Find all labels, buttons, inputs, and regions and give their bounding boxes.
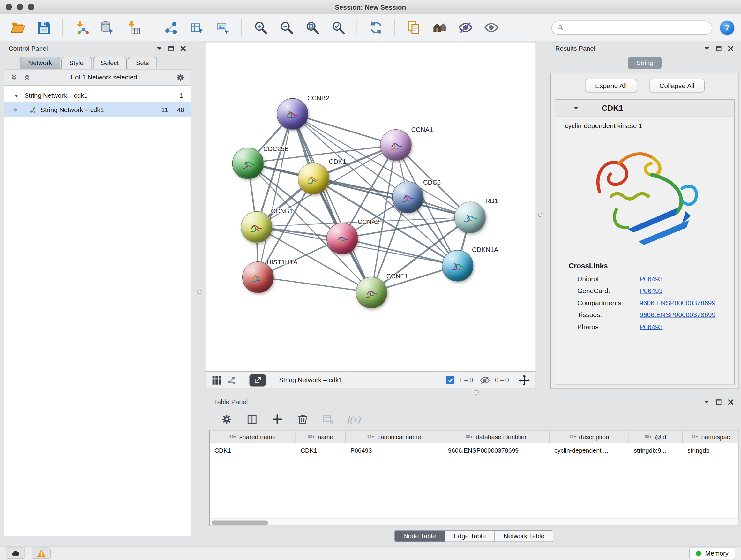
network-edge[interactable] (258, 114, 293, 277)
network-node-RB1[interactable] (455, 202, 486, 233)
collapse-gene-icon[interactable] (572, 105, 580, 112)
minimize-window-button[interactable] (17, 4, 23, 10)
network-node-CCNB2[interactable] (277, 98, 308, 130)
import-network-from-database-button[interactable] (96, 17, 118, 38)
new-network-button[interactable] (160, 17, 182, 38)
column-menu-icon[interactable] (308, 434, 314, 440)
zoom-fit-button[interactable] (301, 17, 323, 38)
network-node-CCNB1[interactable] (241, 211, 273, 243)
network-overview-icon[interactable] (226, 375, 237, 385)
panel-menu-icon[interactable] (703, 45, 711, 52)
tab-network[interactable]: Network (20, 57, 60, 69)
zoom-selected-button[interactable] (327, 17, 349, 38)
network-node-CDC25B[interactable] (232, 147, 264, 179)
collapse-all-button[interactable]: Collapse All (650, 79, 704, 92)
home-button[interactable] (428, 17, 451, 38)
table-cell[interactable]: CDK1 (296, 443, 346, 457)
hidden-items-icon[interactable] (480, 375, 490, 385)
crosslink-value-link[interactable]: P06493 (639, 322, 663, 330)
tab-select[interactable]: Select (92, 57, 127, 69)
maximize-window-button[interactable] (28, 4, 34, 10)
table-cell[interactable]: cyclin-dependent ... (549, 443, 629, 457)
column-menu-icon[interactable] (466, 434, 472, 440)
float-panel-icon[interactable] (715, 398, 723, 406)
column-header-name[interactable]: name (296, 431, 346, 443)
memory-button[interactable]: Memory (689, 547, 735, 559)
tab-node-table[interactable]: Node Table (394, 530, 445, 542)
search-field[interactable] (551, 20, 712, 35)
show-selection-button[interactable] (480, 17, 502, 38)
table-cell[interactable]: stringdb (683, 443, 739, 457)
network-collection-row[interactable]: ▼ String Network – cdk1 1 (4, 88, 191, 103)
close-window-button[interactable] (6, 4, 12, 10)
duplicate-page-button[interactable] (403, 17, 425, 38)
column-menu-icon[interactable] (229, 434, 236, 440)
float-panel-icon[interactable] (715, 45, 723, 52)
open-session-button[interactable] (7, 17, 29, 38)
float-panel-icon[interactable] (167, 45, 175, 52)
network-node-CDK1[interactable] (298, 163, 329, 194)
expander-icon[interactable]: ▼ (14, 92, 21, 98)
column-header-namespac[interactable]: namespac (683, 431, 739, 443)
selected-nodes-checkbox[interactable] (446, 376, 455, 384)
collapse-all-networks-icon[interactable] (10, 73, 18, 82)
network-row[interactable]: String Network – cdk1 11 48 (4, 103, 191, 117)
grid-view-icon[interactable] (211, 375, 222, 385)
network-node-HIST1H1A[interactable] (242, 261, 274, 293)
network-edge[interactable] (258, 277, 372, 292)
network-node-CDC6[interactable] (392, 182, 424, 213)
column-header-description[interactable]: description (549, 431, 629, 443)
column-header-shared-name[interactable]: shared name (210, 431, 296, 443)
pan-mode-icon[interactable] (519, 374, 530, 386)
column-header-canonical-name[interactable]: canonical name (346, 431, 443, 443)
table-settings-gear-icon[interactable] (221, 413, 233, 425)
panel-menu-icon[interactable] (156, 45, 163, 52)
network-node-CCNE1[interactable] (356, 277, 387, 308)
tab-edge-table[interactable]: Edge Table (445, 530, 495, 542)
table-cell[interactable]: CDK1 (210, 443, 296, 457)
column-header--id[interactable]: @id (629, 431, 683, 443)
network-options-gear-icon[interactable] (176, 72, 185, 82)
splitter-handle[interactable] (538, 212, 542, 217)
crosslink-value-link[interactable]: 9606.ENSP00000378699 (639, 299, 716, 306)
table-cell[interactable]: 9606.ENSP00000378699 (443, 443, 549, 457)
crosslink-value-link[interactable]: P06493 (639, 287, 663, 294)
network-node-CCNA1[interactable] (380, 129, 412, 161)
export-image-button[interactable] (212, 17, 233, 38)
crosslink-value-link[interactable]: P06493 (639, 274, 663, 282)
splitter-handle[interactable] (475, 390, 479, 395)
crosslink-value-link[interactable]: 9606.ENSP00000378699 (639, 311, 716, 318)
refresh-network-button[interactable] (365, 17, 387, 38)
table-cell[interactable]: stringdb:9... (629, 443, 683, 457)
expand-all-networks-icon[interactable] (23, 73, 31, 82)
warnings-button[interactable] (31, 548, 51, 559)
splitter-handle[interactable] (197, 290, 202, 294)
network-node-CDKN1A[interactable] (442, 250, 474, 282)
help-button[interactable]: ? (720, 20, 734, 35)
expand-all-button[interactable]: Expand All (585, 79, 636, 92)
tab-style[interactable]: Style (61, 57, 91, 69)
panel-menu-icon[interactable] (703, 398, 711, 406)
table-row[interactable]: CDK1CDK1P064939606.ENSP00000378699cyclin… (210, 443, 739, 457)
create-column-icon[interactable] (272, 413, 284, 425)
tab-sets[interactable]: Sets (128, 57, 157, 69)
column-menu-icon[interactable] (367, 434, 374, 440)
cloud-status-button[interactable] (6, 548, 25, 559)
close-panel-icon[interactable] (727, 398, 735, 406)
tab-network-table[interactable]: Network Table (495, 530, 554, 542)
network-node-CCNA2[interactable] (327, 223, 358, 254)
tab-string[interactable]: String (628, 57, 662, 69)
close-panel-icon[interactable] (727, 45, 735, 52)
import-table-from-file-button[interactable] (122, 17, 144, 38)
zoom-in-button[interactable] (250, 17, 272, 38)
detach-view-button[interactable] (250, 374, 266, 386)
network-edge[interactable] (293, 114, 396, 145)
gene-section-header[interactable]: CDK1 (555, 100, 734, 117)
delete-column-icon[interactable] (297, 413, 309, 425)
network-canvas[interactable]: CCNB2 CCNA1 CDC25B CDK1 CDC6 RB1 CCNB1 C… (205, 43, 536, 371)
column-menu-icon[interactable] (691, 434, 698, 440)
export-network-button[interactable] (186, 17, 208, 38)
hide-selection-button[interactable] (455, 17, 476, 38)
network-edge[interactable] (293, 114, 372, 293)
close-panel-icon[interactable] (180, 45, 187, 52)
